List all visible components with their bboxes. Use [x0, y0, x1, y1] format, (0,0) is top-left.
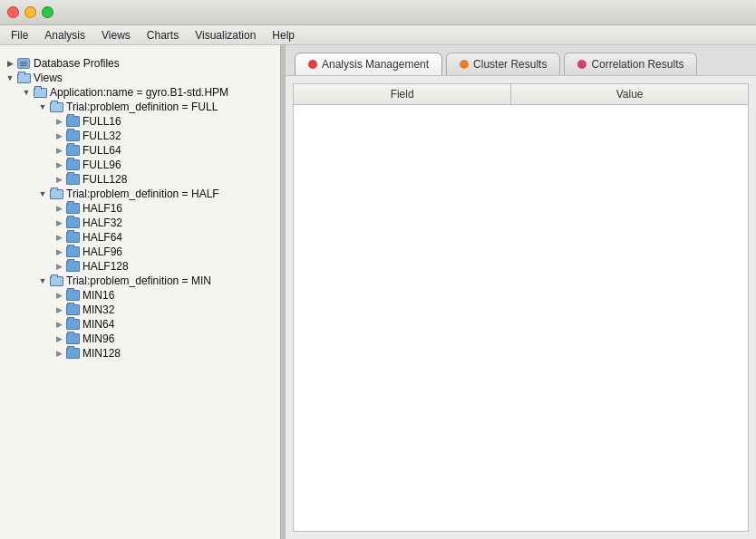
- tree-arrow-open[interactable]: [36, 102, 49, 111]
- tree[interactable]: Database ProfilesViewsApplication:name =…: [0, 54, 280, 539]
- tree-node-icon: [16, 72, 31, 84]
- tree-arrow-closed[interactable]: [4, 59, 16, 68]
- tree-node-icon: [65, 217, 80, 229]
- tree-item-label: HALF32: [82, 217, 122, 229]
- tree-arrow-open[interactable]: [36, 276, 49, 285]
- tree-item[interactable]: FULL128: [0, 172, 280, 187]
- tree-node-icon: [65, 245, 80, 258]
- menu-item-visualization[interactable]: Visualization: [188, 27, 263, 43]
- tree-node-icon: [16, 57, 31, 70]
- tree-arrow-leaf[interactable]: [53, 247, 65, 256]
- tree-node-icon: [65, 303, 80, 316]
- menu-item-analysis[interactable]: Analysis: [37, 27, 92, 43]
- results-table-area: Field Value: [293, 83, 749, 532]
- tree-item-label: FULL128: [82, 173, 127, 186]
- menu-item-help[interactable]: Help: [265, 27, 302, 43]
- tree-item[interactable]: Trial:problem_definition = MIN: [0, 274, 280, 288]
- tree-item[interactable]: Trial:problem_definition = FULL: [0, 100, 280, 114]
- tree-item-label: MIN64: [82, 318, 114, 331]
- tree-item[interactable]: HALF96: [0, 245, 280, 259]
- tree-item[interactable]: FULL16: [0, 114, 280, 129]
- tree-arrow-open[interactable]: [20, 88, 33, 97]
- tree-item-label: Trial:problem_definition = HALF: [66, 188, 219, 200]
- left-panel-title: [0, 45, 280, 54]
- menu-item-views[interactable]: Views: [94, 27, 138, 43]
- tree-arrow-leaf[interactable]: [53, 117, 65, 126]
- tree-item[interactable]: FULL32: [0, 129, 280, 143]
- tree-item[interactable]: HALF64: [0, 230, 280, 245]
- tree-item[interactable]: MIN16: [0, 288, 280, 303]
- tree-arrow-leaf[interactable]: [53, 160, 65, 169]
- tree-item-label: Database Profiles: [34, 57, 120, 70]
- menu-item-file[interactable]: File: [4, 27, 35, 43]
- tree-arrow-leaf[interactable]: [53, 146, 65, 155]
- tree-arrow-leaf[interactable]: [53, 349, 65, 358]
- left-panel: Database ProfilesViewsApplication:name =…: [0, 45, 281, 539]
- tree-item[interactable]: HALF16: [0, 201, 280, 216]
- analysis-tab-dot: [308, 60, 317, 69]
- tree-arrow-leaf[interactable]: [53, 320, 65, 329]
- tree-node-icon: [65, 260, 80, 273]
- tree-item[interactable]: MIN32: [0, 303, 280, 317]
- tree-node-icon: [49, 188, 63, 200]
- tree-item-label: Trial:problem_definition = MIN: [66, 274, 211, 287]
- tree-arrow-leaf[interactable]: [53, 291, 65, 300]
- tree-node-icon: [65, 159, 80, 171]
- field-column-header: Field: [294, 84, 511, 105]
- tree-item[interactable]: Views: [0, 71, 280, 85]
- tree-item-label: HALF96: [82, 245, 122, 258]
- tree-node-icon: [65, 289, 80, 302]
- cluster-tab-label: Cluster Results: [473, 58, 547, 71]
- tree-arrow-open[interactable]: [4, 73, 16, 82]
- menu-item-charts[interactable]: Charts: [140, 27, 186, 43]
- close-button[interactable]: [7, 6, 19, 18]
- analysis-tab-label: Analysis Management: [322, 58, 429, 71]
- tree-node-icon: [65, 115, 80, 128]
- tree-item[interactable]: Trial:problem_definition = HALF: [0, 187, 280, 201]
- tree-arrow-leaf[interactable]: [53, 218, 65, 227]
- tree-item-label: MIN128: [82, 347, 121, 360]
- tree-arrow-leaf[interactable]: [53, 334, 65, 343]
- tree-item[interactable]: FULL96: [0, 158, 280, 172]
- tree-item-label: FULL96: [82, 159, 121, 171]
- tree-item[interactable]: Application:name = gyro.B1-std.HPM: [0, 85, 280, 100]
- right-panel: Analysis ManagementCluster ResultsCorrel…: [286, 45, 756, 539]
- tree-item[interactable]: MIN96: [0, 332, 280, 346]
- main-layout: Database ProfilesViewsApplication:name =…: [0, 45, 756, 539]
- tab-cluster[interactable]: Cluster Results: [446, 53, 560, 75]
- tree-arrow-leaf[interactable]: [53, 233, 65, 242]
- tree-item[interactable]: MIN64: [0, 317, 280, 332]
- tree-node-icon: [33, 86, 47, 99]
- tree-arrow-leaf[interactable]: [53, 305, 65, 314]
- correlation-tab-dot: [577, 60, 586, 69]
- tree-node-icon: [49, 101, 63, 113]
- tree-arrow-leaf[interactable]: [53, 204, 65, 213]
- tree-item[interactable]: HALF128: [0, 259, 280, 274]
- title-bar: [0, 0, 756, 25]
- tree-arrow-open[interactable]: [36, 189, 49, 198]
- tree-arrow-leaf[interactable]: [53, 131, 65, 140]
- tree-item-label: Trial:problem_definition = FULL: [66, 101, 218, 113]
- tree-item-label: Application:name = gyro.B1-std.HPM: [50, 86, 228, 99]
- minimize-button[interactable]: [24, 6, 36, 18]
- tree-node-icon: [65, 144, 80, 157]
- tree-arrow-leaf[interactable]: [53, 175, 65, 184]
- menu-bar: FileAnalysisViewsChartsVisualizationHelp: [0, 25, 756, 45]
- tree-arrow-leaf[interactable]: [53, 262, 65, 271]
- window-controls[interactable]: [7, 6, 53, 18]
- tree-item-label: MIN32: [82, 303, 114, 316]
- tab-correlation[interactable]: Correlation Results: [564, 53, 697, 75]
- tree-item-label: HALF64: [82, 231, 122, 244]
- maximize-button[interactable]: [42, 6, 53, 18]
- tree-item[interactable]: MIN128: [0, 346, 280, 361]
- tree-item-label: MIN16: [82, 289, 114, 302]
- tree-node-icon: [65, 332, 80, 345]
- tree-item-label: Views: [34, 72, 63, 84]
- tree-node-icon: [65, 347, 80, 360]
- tree-item[interactable]: Database Profiles: [0, 56, 280, 71]
- tree-item[interactable]: FULL64: [0, 143, 280, 158]
- tab-analysis[interactable]: Analysis Management: [295, 53, 442, 75]
- tree-item[interactable]: HALF32: [0, 216, 280, 230]
- tree-item-label: FULL16: [82, 115, 121, 128]
- tree-node-icon: [65, 202, 80, 215]
